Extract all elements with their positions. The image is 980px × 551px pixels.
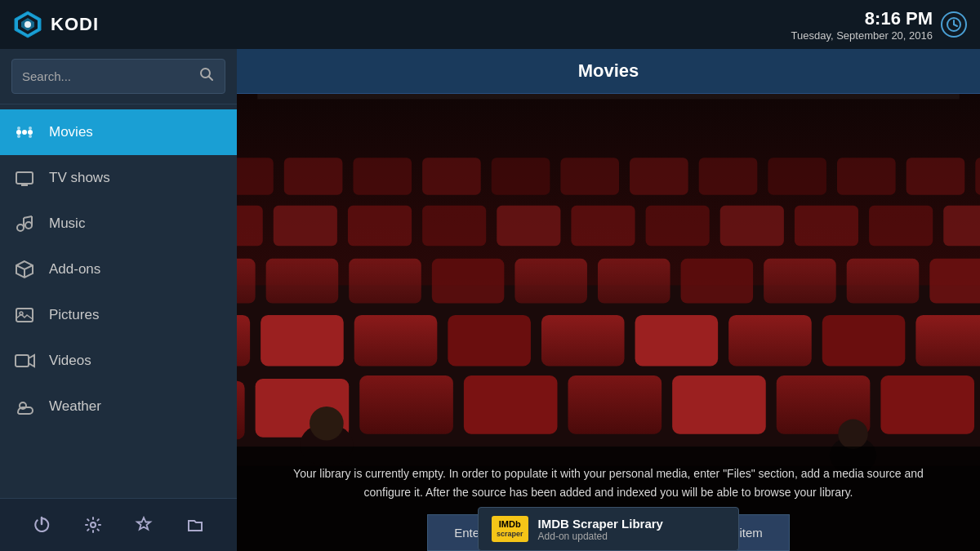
svg-rect-74 xyxy=(915,315,980,367)
svg-rect-50 xyxy=(646,206,710,246)
nav-items: Movies TV shows xyxy=(0,104,237,498)
svg-point-19 xyxy=(17,224,24,231)
imdb-badge-line1: IMDb xyxy=(497,519,523,530)
svg-point-15 xyxy=(29,135,32,138)
svg-rect-83 xyxy=(880,375,974,434)
weather-label: Weather xyxy=(49,398,101,415)
sidebar-item-videos[interactable]: Videos xyxy=(0,338,237,384)
sidebar: Search... xyxy=(0,49,237,551)
search-area: Search... xyxy=(0,49,237,104)
tv-shows-label: TV shows xyxy=(49,170,110,186)
sidebar-item-pictures[interactable]: Pictures xyxy=(0,292,237,338)
sidebar-item-weather[interactable]: Weather xyxy=(0,384,237,429)
time-area: 8:16 PM Tuesday, September 20, 2016 xyxy=(791,8,967,42)
sidebar-item-music[interactable]: Music xyxy=(0,201,237,247)
svg-rect-39 xyxy=(699,158,758,195)
sidebar-item-tv-shows[interactable]: TV shows xyxy=(0,155,237,201)
svg-rect-71 xyxy=(635,315,719,367)
svg-rect-73 xyxy=(822,315,906,367)
svg-rect-27 xyxy=(16,355,29,367)
svg-rect-56 xyxy=(266,259,339,304)
svg-rect-69 xyxy=(448,315,531,367)
svg-rect-60 xyxy=(598,259,670,304)
svg-rect-54 xyxy=(943,206,980,246)
header: KODI 8:16 PM Tuesday, September 20, 2016 xyxy=(0,0,980,49)
svg-rect-48 xyxy=(497,206,560,246)
svg-rect-32 xyxy=(237,158,274,195)
imdb-badge: IMDb scraper xyxy=(492,516,528,542)
library-empty-text: Your library is currently empty. In orde… xyxy=(270,464,947,501)
svg-point-86 xyxy=(310,407,344,441)
svg-rect-16 xyxy=(16,172,33,184)
settings-button[interactable] xyxy=(78,510,108,540)
svg-rect-76 xyxy=(237,381,245,440)
svg-rect-41 xyxy=(837,158,896,195)
svg-rect-59 xyxy=(514,259,587,304)
svg-rect-43 xyxy=(975,158,980,195)
svg-rect-52 xyxy=(795,206,858,246)
bottom-toolbar xyxy=(0,498,237,551)
svg-rect-34 xyxy=(353,158,412,195)
sidebar-item-add-ons[interactable]: Add-ons xyxy=(0,247,237,292)
svg-rect-64 xyxy=(929,259,980,304)
app-title: KODI xyxy=(51,14,99,35)
svg-rect-44 xyxy=(237,206,263,246)
notification-text: IMDB Scraper Library Add-on updated xyxy=(538,517,663,542)
svg-point-14 xyxy=(29,127,32,130)
current-time: 8:16 PM xyxy=(865,8,933,29)
svg-rect-62 xyxy=(764,259,836,304)
content-title: Movies xyxy=(237,49,980,94)
search-icon xyxy=(198,66,215,87)
svg-point-11 xyxy=(28,130,33,135)
sidebar-item-movies[interactable]: Movies xyxy=(0,109,237,155)
svg-rect-42 xyxy=(906,158,965,195)
svg-rect-38 xyxy=(630,158,688,195)
svg-rect-33 xyxy=(284,158,343,195)
music-icon xyxy=(13,212,36,235)
svg-line-21 xyxy=(24,216,32,218)
svg-rect-66 xyxy=(237,315,250,367)
favorites-button[interactable] xyxy=(129,510,158,540)
svg-point-90 xyxy=(838,420,867,449)
main-layout: Search... xyxy=(0,49,980,551)
svg-rect-67 xyxy=(261,315,344,367)
svg-rect-53 xyxy=(869,206,933,246)
addons-icon xyxy=(13,258,36,281)
svg-point-3 xyxy=(24,21,31,28)
videos-label: Videos xyxy=(49,353,91,369)
svg-rect-61 xyxy=(681,259,754,304)
notification-title: IMDB Scraper Library xyxy=(538,517,663,531)
time-details: 8:16 PM Tuesday, September 20, 2016 xyxy=(791,8,933,42)
svg-point-13 xyxy=(17,135,20,138)
media-area: Your library is currently empty. In orde… xyxy=(237,94,980,551)
tv-icon xyxy=(13,167,36,189)
svg-rect-25 xyxy=(16,309,33,322)
svg-rect-79 xyxy=(464,375,558,434)
svg-rect-47 xyxy=(422,206,486,246)
svg-line-8 xyxy=(209,77,213,81)
svg-rect-37 xyxy=(560,158,619,195)
svg-rect-49 xyxy=(571,206,635,246)
pictures-label: Pictures xyxy=(49,307,99,323)
svg-rect-81 xyxy=(672,375,766,434)
svg-point-12 xyxy=(17,127,20,130)
logo-area: KODI xyxy=(13,10,99,39)
search-box[interactable]: Search... xyxy=(11,59,225,94)
movies-label: Movies xyxy=(49,124,93,140)
svg-point-10 xyxy=(22,130,27,135)
power-button[interactable] xyxy=(27,510,56,540)
content-area: Movies xyxy=(237,49,980,551)
svg-rect-70 xyxy=(541,315,625,367)
svg-line-6 xyxy=(954,24,957,26)
clock-icon xyxy=(941,11,967,38)
files-button[interactable] xyxy=(180,510,210,540)
notification-toast: IMDb scraper IMDB Scraper Library Add-on… xyxy=(478,507,739,551)
svg-rect-45 xyxy=(274,206,337,246)
kodi-logo-icon xyxy=(13,10,42,39)
svg-rect-55 xyxy=(237,259,256,304)
addons-label: Add-ons xyxy=(49,261,100,278)
videos-icon xyxy=(13,349,36,372)
svg-rect-78 xyxy=(359,375,453,434)
svg-rect-63 xyxy=(847,259,920,304)
svg-rect-80 xyxy=(568,375,662,434)
